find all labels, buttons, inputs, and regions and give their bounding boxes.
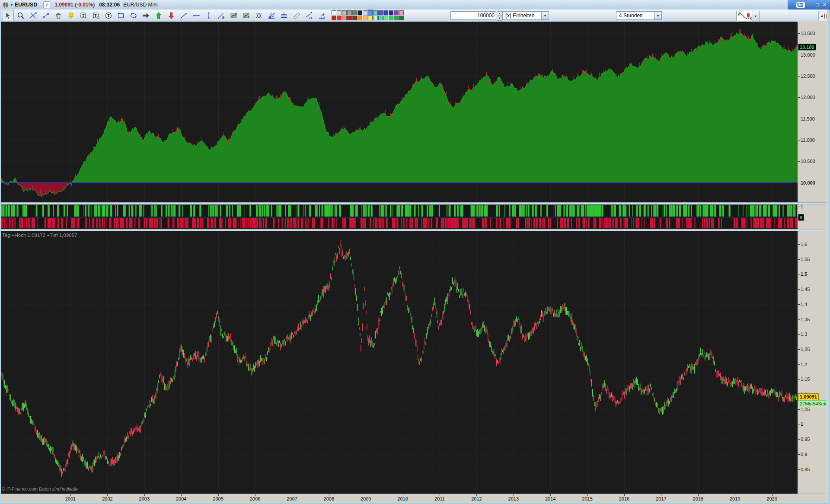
color-swatch[interactable] <box>342 16 347 20</box>
color-swatch[interactable] <box>352 16 357 20</box>
color-swatch[interactable] <box>368 16 373 20</box>
equity-chart-panel: 13.50013.00012.50012.00011.50011.00010.5… <box>0 22 830 202</box>
amount-input[interactable] <box>450 11 496 20</box>
axis-tick-label: 0,95 <box>801 437 810 442</box>
color-swatch[interactable] <box>363 10 367 15</box>
arrow-down-icon[interactable] <box>166 10 177 21</box>
color-swatch[interactable] <box>337 16 342 20</box>
panel-splitter[interactable] <box>0 229 830 231</box>
trading-app-window: ▼ EURUSD i 1,09091 (-0,01%) 08:32:06 EUR… <box>0 0 830 504</box>
keyboard-icon[interactable] <box>796 2 805 8</box>
color-swatch[interactable] <box>332 16 336 20</box>
year-label: 2009 <box>356 496 376 501</box>
trend-fan-icon[interactable] <box>266 10 277 21</box>
year-tick <box>329 494 329 496</box>
arrow-right-icon[interactable] <box>140 10 152 21</box>
alarm-icon[interactable] <box>65 10 77 21</box>
color-swatch[interactable] <box>358 10 362 15</box>
axis-tick-label: 12.000 <box>801 95 815 100</box>
arrow-up-icon[interactable] <box>153 10 164 21</box>
chart-style-dropdown-arrow[interactable]: ▼ <box>752 11 760 21</box>
line-segment-icon[interactable] <box>178 10 189 21</box>
equity-axis: 13.50013.00012.50012.00011.50011.00010.5… <box>798 22 827 202</box>
point-segment-icon[interactable] <box>40 10 51 21</box>
signal-strip-chart[interactable] <box>0 204 798 229</box>
color-swatch[interactable] <box>358 16 362 20</box>
color-swatch[interactable] <box>378 10 383 15</box>
text-anchored-icon[interactable]: T <box>90 10 102 21</box>
unit-select[interactable]: (x) Einheiten ▼ <box>502 11 549 20</box>
rectangle-shape-icon[interactable] <box>115 10 127 21</box>
info-icon[interactable]: i <box>43 1 50 8</box>
axis-tick-label: 1,15 <box>801 376 810 382</box>
year-label: 2013 <box>504 496 524 501</box>
year-tick <box>587 494 588 496</box>
equity-chart[interactable] <box>0 22 798 202</box>
ruler-icon[interactable] <box>291 10 302 21</box>
year-label: 2010 <box>393 496 413 501</box>
time-axis[interactable]: 2001200220032004200520062007200820092010… <box>0 494 830 503</box>
panel-splitter[interactable] <box>0 202 830 204</box>
zoom-icon[interactable] <box>15 10 26 21</box>
text-circle-icon[interactable]: T <box>103 10 114 21</box>
order-amount-control: ▲▼ <box>450 11 502 20</box>
year-tick <box>70 494 71 496</box>
year-label: 2014 <box>540 496 560 501</box>
spinner-down-icon[interactable]: ▼ <box>497 16 502 21</box>
color-swatch[interactable] <box>347 10 352 15</box>
window-left-frame <box>0 10 1 503</box>
gann-line-icon[interactable]: G <box>216 10 227 21</box>
cross-pair-icon[interactable] <box>253 10 265 21</box>
chart-style-button[interactable] <box>736 11 753 21</box>
axis-tick-label: 1,6 <box>801 242 807 247</box>
vertical-line-icon[interactable] <box>203 10 214 21</box>
color-swatch[interactable] <box>347 16 352 20</box>
year-label: 2015 <box>578 496 597 501</box>
color-swatch[interactable] <box>394 16 399 20</box>
amount-spinner[interactable]: ▲▼ <box>497 11 502 20</box>
color-swatch[interactable] <box>399 16 404 20</box>
color-swatch[interactable] <box>363 16 367 20</box>
color-swatch[interactable] <box>389 16 393 20</box>
color-swatch[interactable] <box>342 10 347 15</box>
axis-tick-label: 1,2 <box>801 362 807 367</box>
color-swatch[interactable] <box>352 10 357 15</box>
timeframe-select-arrow-icon[interactable]: ▼ <box>654 12 661 19</box>
delete-drawing-icon[interactable] <box>53 10 64 21</box>
color-swatch[interactable] <box>373 16 378 20</box>
horizontal-line-icon[interactable] <box>191 10 202 21</box>
color-swatch[interactable] <box>337 10 342 15</box>
color-swatch[interactable] <box>383 10 388 15</box>
equity-current-value-badge: 13.180 <box>798 44 816 51</box>
text-note-icon[interactable]: T <box>78 10 89 21</box>
trend-cross-icon[interactable] <box>28 10 39 21</box>
backtest-edit-icon[interactable] <box>241 10 252 21</box>
backtest-apply-icon[interactable] <box>228 10 239 21</box>
axis-tick-label: 1,25 <box>801 347 810 352</box>
color-swatch[interactable] <box>373 10 378 15</box>
year-label: 2007 <box>282 496 302 501</box>
minimize-button[interactable]: – <box>807 0 813 9</box>
fibonacci-levels-icon[interactable]: ε <box>278 10 290 21</box>
timeframe-select[interactable]: 4 Stunden ▼ <box>616 11 662 20</box>
year-label: 2017 <box>651 496 671 501</box>
color-swatch[interactable] <box>389 10 393 15</box>
angle-measure-icon[interactable]: α <box>316 10 327 21</box>
color-swatch[interactable] <box>378 16 383 20</box>
color-swatch[interactable] <box>383 16 388 20</box>
color-swatch[interactable] <box>394 10 399 15</box>
restore-button[interactable]: □ <box>814 0 820 9</box>
unit-select-arrow-icon[interactable]: ▼ <box>541 12 549 19</box>
symbol-dropdown-arrow-icon[interactable]: ▼ <box>10 3 13 7</box>
parallel-plus-line-icon[interactable]: +1 <box>303 10 315 21</box>
pointer-icon[interactable] <box>3 10 14 21</box>
color-swatch[interactable] <box>368 10 373 15</box>
price-chart[interactable] <box>0 231 798 494</box>
spinner-up-icon[interactable]: ▲ <box>497 11 502 16</box>
color-swatch[interactable] <box>399 10 404 15</box>
year-tick <box>661 494 661 496</box>
ellipse-shape-icon[interactable] <box>128 10 139 21</box>
close-button[interactable]: × <box>822 0 827 9</box>
color-swatch[interactable] <box>332 10 336 15</box>
signal-axis: 10 <box>798 204 827 229</box>
